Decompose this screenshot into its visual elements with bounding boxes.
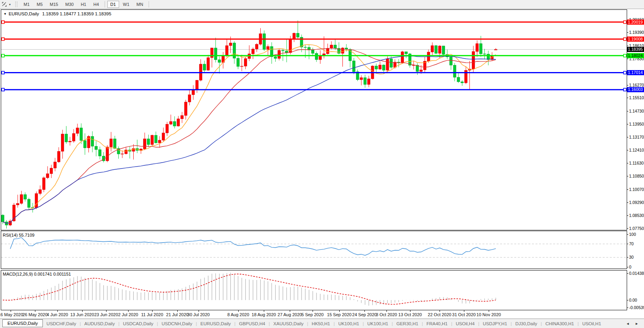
line-drag-handle[interactable] [2,71,4,74]
candle-body [420,70,423,71]
date-axis-tick-label: 4 Jun 2020 [47,312,68,317]
chart-tab-usoil-h4[interactable]: USOil,H4 [452,320,478,327]
candle-body [472,52,475,69]
candle-body [364,78,366,85]
timeframe-button-mn[interactable]: MN [133,1,146,8]
timeframe-button-m5[interactable]: M5 [33,1,46,8]
line-drag-handle[interactable] [2,21,4,24]
candle-body [319,56,322,59]
price-axis-tick-label: 1.08530 [629,213,644,218]
chart-tab-xauusd-daily[interactable]: XAUUSD,Daily [270,320,307,327]
price-level-badge-label: 1.16003 [628,87,643,92]
crosshair-tool-icon[interactable] [1,1,7,7]
title-collapse-icon[interactable]: ▼ [4,12,7,16]
candle-body [20,195,23,204]
chart-tab-dj30-daily[interactable]: DJ30,Daily [512,320,541,327]
price-axis-tick-label: 1.09290 [629,200,644,205]
macd-axis-tick-label: -0.005396 [629,305,644,310]
candle-body [237,58,239,67]
candle-body [69,141,72,142]
chart-tab-china300-h1[interactable]: CHINA300,H1 [542,320,578,327]
candle-body [125,150,127,154]
timeframe-button-h4[interactable]: H4 [90,1,102,8]
main-price-pane[interactable] [1,9,627,230]
candle-body [39,190,42,194]
chart-tab-usdcnh-daily[interactable]: USDCNH,Daily [158,320,196,327]
candle-body [229,43,232,46]
line-drag-handle[interactable] [624,88,626,91]
chart-tab-hk50-h1[interactable]: HK50,H1 [308,320,334,327]
chart-tab-usoil-h1[interactable]: USOil,H1 [579,320,605,327]
date-axis-tick-label: 15 Sep 2020 [327,312,351,317]
chart-tab-eurusd-daily[interactable]: EURUSD,Daily [2,319,43,327]
chart-tab-fra40-h1[interactable]: FRA40,H1 [423,320,451,327]
candle-body [226,46,228,56]
tab-scroll-left-icon[interactable]: ◄ [626,322,629,326]
chart-tab-uk100-h1[interactable]: UK100,H1 [335,320,362,327]
date-axis-tick-label: 30 Jul 2020 [188,312,210,317]
timeframe-button-m15[interactable]: M15 [47,1,61,8]
chart-title: ▼EURUSD,Daily1.18359 1.18477 1.18359 1.1… [4,11,111,16]
chart-tab-ger30-h1[interactable]: GER30,H1 [393,320,422,327]
rsi-axis-tick-label: 30 [629,255,634,259]
candle-body [383,65,385,70]
candle-body [80,128,83,141]
chart-tab-usdcad-daily[interactable]: USDCAD,Daily [120,320,157,327]
candle-body [2,215,4,222]
timeframe-button-m1[interactable]: M1 [20,1,33,8]
candle-body [84,141,86,148]
line-drag-handle[interactable] [624,71,626,74]
timeframe-button-m30[interactable]: M30 [62,1,77,8]
chart-tab-usdjpy-h1[interactable]: USDJPY,H1 [479,320,511,327]
toolbar-separator [149,1,149,7]
timeframe-button-w1[interactable]: W1 [120,1,133,8]
candle-body [483,54,486,54]
candle-body [476,44,478,52]
candle-body [487,54,490,59]
line-drag-handle[interactable] [2,88,4,91]
line-drag-handle[interactable] [2,54,4,57]
chart-tab-usdchf-daily[interactable]: USDCHF,Daily [43,320,79,327]
candle-body [192,90,195,95]
date-axis-tick-label: 24 Sep 2020 [352,312,377,317]
candle-body [166,124,169,133]
price-axis-tick-label: 1.10070 [629,187,644,192]
candle-body [203,64,206,70]
date-axis-tick-label: 27 Aug 2020 [278,312,302,317]
candle-body [214,48,217,60]
tool-dropdown-caret-icon[interactable]: ▾ [7,2,12,7]
price-axis-tick-label: 1.19390 [629,30,644,35]
candle-body [151,135,154,145]
chart-tab-gbpusd-h4[interactable]: GBPUSD,H4 [236,320,269,327]
candle-body [450,57,453,65]
candle-body [311,50,314,53]
macd-pane[interactable] [1,270,627,310]
line-drag-handle[interactable] [624,38,626,41]
date-axis-tick-label: 5 Sep 2020 [302,312,324,317]
date-axis-tick-label: 23 Jun 2020 [94,312,118,317]
candle-body [95,146,98,150]
price-axis-tick-label: 1.13950 [629,122,644,126]
candle-body [435,46,438,54]
price-axis-tick-label: 1.11630 [629,161,644,165]
chart-canvas[interactable]: 1.201501.193901.186101.178301.162701.155… [0,0,644,328]
candle-body [390,59,393,67]
chart-tab-eurusd-daily[interactable]: EURUSD,Daily [197,320,234,327]
tab-scroll-right-icon[interactable]: ► [635,322,638,326]
chart-tab-bar: EURUSD,DailyUSDCHF,Daily|AUDUSD,Daily|US… [0,319,644,328]
chart-tab-uk100-h1[interactable]: UK100,H1 [364,320,392,327]
line-drag-handle[interactable] [624,21,626,24]
timeframe-button-d1[interactable]: D1 [107,1,119,8]
candle-body [162,133,165,140]
toolbar-grip-handle[interactable] [15,2,17,7]
candle-body [368,79,370,85]
date-axis-tick-label: 31 Oct 2020 [452,312,476,317]
tab-scroll-arrows: ◄► [626,322,644,326]
timeframe-button-h1[interactable]: H1 [77,1,89,8]
date-axis-tick-label: 11 Jul 2020 [141,312,163,317]
candle-body [375,66,378,69]
line-drag-handle[interactable] [624,54,626,57]
price-axis-tick-label: 1.13170 [629,135,644,139]
line-drag-handle[interactable] [2,38,4,41]
chart-tab-audusd-daily[interactable]: AUDUSD,Daily [81,320,118,327]
